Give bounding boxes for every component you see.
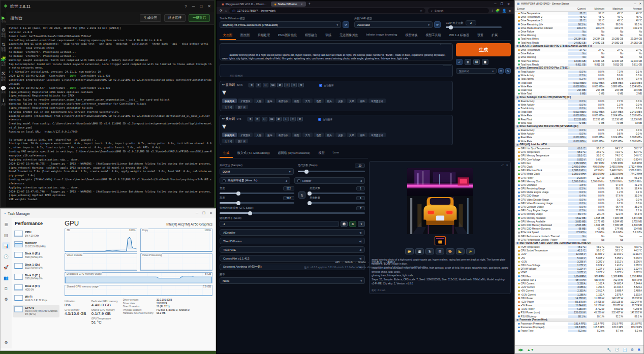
- tag-收藏列表[interactable]: 收藏列表: [222, 99, 237, 103]
- help-icon[interactable]: ?: [185, 4, 187, 9]
- clear-prompt-button[interactable]: 🗑: [465, 59, 471, 65]
- random-seed-button[interactable]: 🎲: [341, 221, 348, 227]
- extra-networks-button[interactable]: 🖼: [473, 59, 480, 65]
- nav-icon-0[interactable]: ☰: [2, 221, 10, 228]
- perf-card-Wi-Fi[interactable]: Wi-FiWi-Fi S: 0 R: 72 Kbps: [13, 294, 59, 303]
- sensor-row[interactable]: Total Host Reads9,811 GB9,811 GB9,811 GB…: [515, 63, 643, 67]
- sensor-row[interactable]: +5V5.040 V5.008 V5.056 V5.032 V: [515, 256, 643, 260]
- accordion-Tiled Diffusion[interactable]: Tiled Diffusion◀: [220, 238, 365, 244]
- perf-card-Disk 1 (D:)[interactable]: Disk 1 (D:)SSD (NVMe) 0%: [13, 262, 59, 271]
- gallery-thumbnail[interactable]: [435, 236, 446, 245]
- report-icon[interactable]: 📄: [623, 348, 627, 352]
- sensor-row[interactable]: Write Rate0.008 MB/s0.000 MB/s3.886 MB/s…: [515, 85, 643, 88]
- clip-skip-slider[interactable]: [446, 26, 502, 28]
- send-to-img2img-button[interactable]: 🖼: [436, 248, 444, 254]
- sensor-row[interactable]: +12V Power56.375 W14.425 W292.125 W102.2…: [515, 300, 643, 304]
- helper-tool-2[interactable]: ⎘: [262, 117, 267, 121]
- accordion-ADetailer[interactable]: ADetailer◀: [220, 229, 365, 236]
- sensor-section-header[interactable]: ▣GPU [#0]: Intel Arc A750:: [515, 143, 643, 147]
- sensor-row[interactable]: GPU Video Processing Usage0.0 %0.0 %0.2 …: [515, 202, 643, 205]
- sensor-row[interactable]: +3.3V3.296 V3.280 V3.312 V3.296 V: [515, 260, 643, 264]
- subtab-Lora[interactable]: Lora: [329, 149, 342, 158]
- downloads-icon[interactable]: ⤓: [492, 9, 493, 13]
- tab-PNG图片信息[interactable]: PNG图片信息: [274, 31, 300, 40]
- minimize-icon[interactable]: ─: [634, 2, 636, 5]
- sensor-row[interactable]: Drive Temperature27 °C27 °C27 °C27 °C: [515, 48, 643, 52]
- column-header-Sensor[interactable]: Sensor: [515, 8, 568, 10]
- sensor-row[interactable]: Read Activity0.0 %0.0 %2.2 %0.0 %: [515, 100, 643, 103]
- bookmark-star-icon[interactable]: ☆: [420, 9, 422, 12]
- tag-场景[interactable]: 场景: [314, 99, 324, 103]
- sidebar-item-启动[interactable]: ▶启动: [1, 16, 6, 23]
- sensor-row[interactable]: Frame Time5.2 ms5.2 ms8.7 ms6.2 ms: [515, 329, 643, 333]
- collapse-chevron-icon[interactable]: ▾: [222, 88, 226, 96]
- sensor-row[interactable]: GPU Core Voltage0.850 V0.650 V1.050 V0.8…: [515, 158, 643, 162]
- sensor-row[interactable]: Drive Temperature38 °C36 °C45 °C40 °C: [515, 12, 643, 15]
- helper-tool-3[interactable]: ⌫: [270, 83, 275, 87]
- sampler-dropdown[interactable]: DDIM ▾: [220, 168, 294, 175]
- tag-画风[interactable]: 画风: [357, 99, 367, 103]
- tag-镜头[interactable]: 镜头: [325, 133, 335, 137]
- paste-params-button[interactable]: ↙: [456, 59, 463, 65]
- sensor-row[interactable]: GPU Clock2,400.0 MHz400.0 MHz2,450.0 MHz…: [515, 165, 643, 169]
- negative-prompt-textarea[interactable]: 0/75 反向提示词 (按 Ctrl+Enter 或 Alt+Enter 开始生…: [220, 64, 453, 77]
- tag-图十词[interactable]: 图十词: [235, 105, 248, 109]
- tab-图生图[interactable]: 图生图: [237, 31, 253, 40]
- sensor-row[interactable]: DRAM Voltage1.224 V1.224 V1.232 V1.224 V: [515, 267, 643, 271]
- nav-left-right-icon[interactable]: ◀▶: [518, 348, 524, 352]
- sensor-row[interactable]: Read Total12,236 MB12,236 MB12,236 MB12,…: [515, 117, 643, 121]
- footer-link-Gradio[interactable]: Gradio: [358, 261, 366, 264]
- tag-画面[interactable]: 画面: [292, 99, 302, 103]
- sensor-row[interactable]: GPU D3D Usage0.4 %0.0 %97.6 %35.0 %: [515, 194, 643, 198]
- sensor-row[interactable]: +5V Current2.350 A2.012 A5.688 A2.488 A: [515, 289, 643, 293]
- helper-tool-0[interactable]: ⟲: [249, 83, 254, 87]
- sensor-row[interactable]: GPU Effective Clock2,388.6 MHz42.5 MHz2,…: [515, 169, 643, 172]
- sensor-row[interactable]: CPU Core Voltage1.272 V0.624 V1.416 V1.0…: [515, 264, 643, 267]
- extensions-icon[interactable]: 🧩: [496, 9, 500, 13]
- sensor-row[interactable]: +5V Power11.844 W10.138 W28.672 W12.524 …: [515, 304, 643, 307]
- sensor-row[interactable]: Drive Media Wearout Indicator100.2 %100.…: [515, 26, 643, 30]
- footer-link-重载UI[interactable]: 重载UI: [387, 261, 395, 264]
- minimize-icon[interactable]: ─: [196, 211, 198, 215]
- sensor-row[interactable]: Write Total6 MB0 MB6 MB2 MB: [515, 92, 643, 95]
- column-header-Minimum[interactable]: Minimum: [587, 8, 606, 10]
- tab-扩展[interactable]: 扩展: [488, 31, 501, 40]
- accordion-Tiled VAE[interactable]: Tiled VAE◀: [220, 246, 365, 253]
- tag-扩展预设[interactable]: 扩展预设: [238, 133, 253, 137]
- tag-人物[interactable]: 人物: [254, 99, 264, 103]
- hires-fix-checkbox[interactable]: 高分辨率修复 (Hires. fix) ◀: [220, 177, 290, 184]
- styles-refresh-button[interactable]: ⟳: [498, 68, 504, 74]
- helper-tool-4[interactable]: ⇄: [277, 83, 283, 87]
- sensor-row[interactable]: Framerate (Presented)191.4 FPS115.4 FPS1…: [515, 322, 643, 326]
- sensor-row[interactable]: Write Rate0.000 MB/s0.000 MB/s0.455 MB/s…: [515, 140, 643, 143]
- save-image-button[interactable]: 💾: [415, 248, 424, 254]
- sensor-row[interactable]: Write Activity0.0 %0.0 %1.3 %0.0 %: [515, 103, 643, 107]
- open-folder-button[interactable]: 📂: [405, 248, 414, 254]
- helper-tool-6[interactable]: ☆: [290, 117, 296, 121]
- helper-tool-5[interactable]: ✦: [284, 83, 290, 87]
- subtab-超网络 (Hypernetworks)[interactable]: 超网络 (Hypernetworks): [274, 149, 314, 158]
- close-icon[interactable]: ✕: [639, 2, 641, 5]
- helper-tool-7[interactable]: ⚙: [298, 83, 304, 87]
- tab-模型融合[interactable]: 模型融合: [301, 31, 321, 40]
- sensor-row[interactable]: GPU Memory Allocated4,512 MB1,608 MB7,38…: [515, 216, 643, 220]
- sensor-row[interactable]: Chassis Fan 1684 RPM660 RPM702 RPM684 RP…: [515, 278, 643, 282]
- sensor-row[interactable]: PSU Efficiency88.1 %80.1 %92.2 %88.1 %: [515, 315, 643, 318]
- console-output[interactable]: Python 3.11.10 (main, Oct 28 2024, 18:06…: [6, 25, 214, 208]
- tab-close-icon[interactable]: ✕: [300, 3, 303, 6]
- tag-常用提示词[interactable]: 常用提示词: [369, 99, 386, 103]
- tab-文生图[interactable]: 文生图: [220, 31, 236, 40]
- tag-光影[interactable]: 光影: [335, 99, 346, 103]
- sensor-row[interactable]: PSU Power (sum)120.030 W45.220 W332.437 …: [515, 311, 643, 314]
- send-to-inpaint-button[interactable]: 🎨: [446, 248, 454, 254]
- perf-card-GPU 0[interactable]: GPU 0Intel(R) Arc(TM) A750 Graphics 3% (…: [13, 305, 59, 317]
- sensor-row[interactable]: CPU Fan1,024 RPM980 RPM1,388 RPM1,050 RP…: [515, 275, 643, 278]
- sensor-row[interactable]: PCIe Link Speed2.5 GT/s2.5 GT/s16.0 GT/s…: [515, 231, 643, 234]
- height-slider[interactable]: [220, 202, 294, 204]
- tab-训练[interactable]: 训练: [322, 31, 335, 40]
- prompt-textarea[interactable]: 60/150 awards winning photo of a high sp…: [220, 43, 453, 60]
- steps-value[interactable]: 20: [355, 164, 365, 168]
- console-tab-label[interactable]: 控制台: [10, 15, 22, 21]
- tag-场景[interactable]: 场景: [314, 133, 324, 137]
- clear-image-icon[interactable]: ✕: [506, 164, 508, 167]
